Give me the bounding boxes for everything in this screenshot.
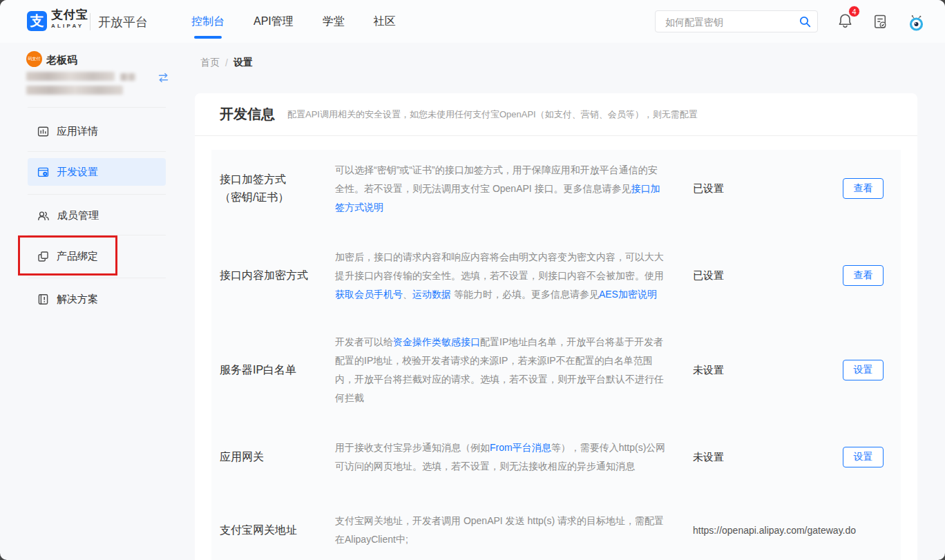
sidebar-item-label: 成员管理 [57, 209, 99, 222]
ant-mascot-icon[interactable] [907, 13, 926, 32]
setting-status: 已设置 [693, 182, 810, 195]
setting-status: 未设置 [693, 364, 810, 377]
card-header: 开发信息 配置API调用相关的安全设置，如您未使用任何支付宝OpenAPI（如支… [195, 93, 917, 136]
app-details-icon [37, 126, 49, 137]
setting-action-button[interactable]: 查看 [843, 265, 884, 286]
notification-badge: 4 [848, 6, 860, 17]
setting-status: 已设置 [693, 269, 810, 282]
sidebar-item-product-binding[interactable]: 产品绑定 [28, 241, 166, 271]
redacted-app-id-line1b [120, 73, 135, 81]
app-name: 老板码 [46, 54, 77, 67]
nav-tab-console[interactable]: 控制台 [191, 15, 225, 29]
setting-row: 服务器IP白名单开发者可以给资金操作类敏感接口配置IP地址白名单，开放平台将基于… [211, 324, 901, 416]
nav-tab-school[interactable]: 学堂 [323, 15, 345, 29]
setting-action-button[interactable]: 查看 [843, 178, 884, 199]
description-text: 支付宝网关地址，开发者调用 OpenAPI 发送 http(s) 请求的目标地址… [335, 515, 664, 545]
sidebar-item-label: 解决方案 [57, 293, 98, 306]
setting-action-button[interactable]: 设置 [843, 360, 884, 380]
description-text: 加密后，接口的请求内容和响应内容将会由明文内容变为密文内容，可以大大提升接口内容… [335, 251, 664, 281]
search-icon[interactable] [799, 16, 811, 28]
search-input[interactable] [664, 13, 794, 31]
section-description: 配置API调用相关的安全设置，如您未使用任何支付宝OpenAPI（如支付、营销、… [287, 108, 698, 121]
top-bar: 支 支付宝 ALIPAY 开放平台 控制台 API管理 学堂 社区 [0, 0, 945, 43]
description-text: 用于接收支付宝异步通知消息（例如 [335, 442, 490, 453]
brand-name: 支付宝 [51, 9, 88, 21]
app-avatar: 码支付 [26, 51, 42, 67]
setting-row: 支付宝网关地址支付宝网关地址，开发者调用 OpenAPI 发送 http(s) … [211, 498, 901, 560]
sidebar-item-dev-settings[interactable]: 开发设置 [28, 158, 166, 186]
gateway-url: https://openapi.alipay.com/gateway.do [693, 525, 856, 536]
product-binding-icon [37, 251, 49, 262]
section-title: 开发信息 [220, 105, 275, 124]
sidebar-divider [28, 107, 166, 108]
setting-description: 开发者可以给资金操作类敏感接口配置IP地址白名单，开放平台将基于开发者配置的IP… [335, 333, 667, 407]
redacted-app-id-line2 [26, 86, 123, 95]
setting-label: 应用网关 [211, 448, 335, 466]
setting-row: 接口内容加密方式加密后，接口的请求内容和响应内容将会由明文内容变为密文内容，可以… [211, 227, 901, 324]
dev-info-card: 开发信息 配置API调用相关的安全设置，如您未使用任何支付宝OpenAPI（如支… [195, 93, 917, 560]
sidebar-divider [28, 278, 166, 278]
description-text: 等能力时，必填。更多信息请参见 [451, 289, 599, 300]
setting-row: 应用网关用于接收支付宝异步通知消息（例如From平台消息等），需要传入http(… [211, 416, 901, 498]
members-icon [37, 210, 50, 222]
setting-label: 服务器IP白名单 [211, 361, 335, 379]
document-check-icon[interactable] [872, 14, 888, 30]
main-nav: 控制台 API管理 学堂 社区 [191, 0, 396, 43]
description-text: 可以选择“密钥”或“证书”的接口加签方式，用于保障应用和开放平台通信的安全性。若… [335, 164, 658, 194]
sidebar-item-label: 产品绑定 [57, 250, 98, 263]
brand-name-en: ALIPAY [51, 23, 88, 29]
search-box [655, 10, 818, 32]
nav-tab-community[interactable]: 社区 [374, 15, 396, 29]
inline-link[interactable]: From平台消息 [490, 442, 551, 453]
setting-description: 可以选择“密钥”或“证书”的接口加签方式，用于保障应用和开放平台通信的安全性。若… [335, 161, 667, 217]
inline-link[interactable]: 资金操作类敏感接口 [393, 336, 480, 347]
sidebar-item-label: 应用详情 [57, 125, 98, 138]
description-text: 、 [403, 289, 412, 300]
nav-tab-api-management[interactable]: API管理 [254, 15, 294, 29]
solutions-icon [37, 293, 49, 305]
browser-window: 支 支付宝 ALIPAY 开放平台 控制台 API管理 学堂 社区 [0, 0, 945, 560]
inline-link[interactable]: 获取会员手机号 [335, 289, 403, 300]
sidebar-divider [28, 235, 166, 235]
breadcrumb-current: 设置 [233, 57, 253, 69]
setting-description: 用于接收支付宝异步通知消息（例如From平台消息等），需要传入http(s)公网… [335, 438, 667, 476]
sidebar-item-solutions[interactable]: 解决方案 [28, 284, 166, 314]
sidebar-item-label: 开发设置 [57, 166, 98, 179]
sidebar-item-member-management[interactable]: 成员管理 [28, 200, 166, 231]
settings-rows: 接口加签方式（密钥/证书）可以选择“密钥”或“证书”的接口加签方式，用于保障应用… [211, 150, 901, 560]
screen: 支 支付宝 ALIPAY 开放平台 控制台 API管理 学堂 社区 [0, 0, 945, 560]
setting-row: 接口加签方式（密钥/证书）可以选择“密钥”或“证书”的接口加签方式，用于保障应用… [211, 150, 901, 227]
logo-divider [90, 13, 90, 30]
brand: 支付宝 ALIPAY [51, 9, 88, 29]
dev-settings-icon [37, 166, 49, 178]
breadcrumb-home[interactable]: 首页 [200, 57, 220, 69]
setting-label: 支付宝网关地址 [211, 521, 335, 539]
setting-description: 加密后，接口的请求内容和响应内容将会由明文内容变为密文内容，可以大大提升接口内容… [335, 248, 667, 304]
sidebar-divider [28, 151, 166, 152]
alipay-logo-icon: 支 [27, 11, 47, 31]
redacted-app-id-line1 [26, 72, 115, 81]
sidebar-item-app-details[interactable]: 应用详情 [28, 116, 166, 146]
setting-status: 未设置 [693, 451, 810, 464]
description-text: 开发者可以给 [335, 336, 393, 347]
inline-link[interactable]: 运动数据 [412, 289, 451, 300]
setting-label: 接口加签方式（密钥/证书） [211, 171, 335, 206]
product-title: 开放平台 [98, 14, 148, 30]
breadcrumb-separator: / [225, 57, 228, 68]
breadcrumb: 首页 / 设置 [200, 57, 253, 69]
setting-label: 接口内容加密方式 [211, 267, 335, 284]
switch-app-icon[interactable] [158, 73, 169, 83]
sidebar-divider [28, 194, 166, 195]
setting-description: 支付宝网关地址，开发者调用 OpenAPI 发送 http(s) 请求的目标地址… [335, 512, 667, 549]
inline-link[interactable]: AES加密说明 [599, 289, 657, 300]
setting-action-button[interactable]: 设置 [843, 447, 884, 467]
